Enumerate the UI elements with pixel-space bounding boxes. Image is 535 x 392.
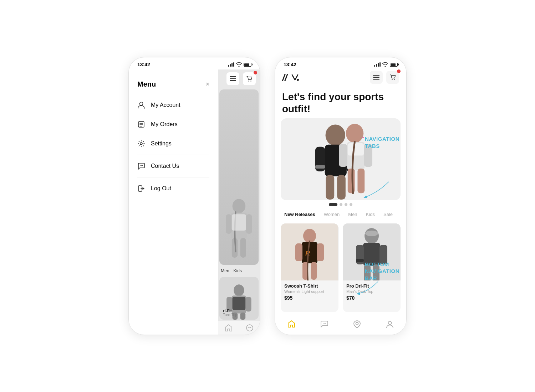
menu-item-settings[interactable]: Settings — [129, 134, 218, 153]
menu-divider-1 — [137, 155, 209, 155]
app-cart-icon-btn[interactable] — [386, 71, 399, 84]
user-icon — [137, 101, 145, 109]
menu-item-label-settings: Settings — [151, 140, 172, 147]
product-info-dri-fit: Pro Dri-Fit Man's Tank Top $70 — [343, 280, 401, 304]
svg-rect-34 — [373, 79, 379, 80]
carousel-dot-4[interactable] — [350, 203, 352, 206]
svg-point-25 — [140, 143, 142, 145]
svg-rect-55 — [295, 243, 302, 261]
right-signal-bar-4 — [379, 62, 381, 67]
svg-rect-46 — [339, 144, 347, 167]
tab-men[interactable]: Men — [345, 210, 361, 218]
menu-screen: Men Kids — [129, 69, 260, 335]
svg-rect-11 — [232, 214, 246, 231]
backdrop-hero-image — [219, 89, 259, 265]
carousel-dot-3[interactable] — [345, 203, 347, 206]
menu-item-log-out[interactable]: Log Out — [129, 179, 218, 198]
bottom-nav-location[interactable] — [352, 320, 362, 329]
left-status-icons — [228, 62, 251, 67]
backdrop-nav-icon-2 — [246, 324, 254, 332]
svg-point-27 — [141, 165, 142, 166]
menu-item-contact-us[interactable]: Contact Us — [129, 156, 218, 176]
svg-rect-17 — [240, 313, 246, 320]
backdrop-list-icon — [226, 72, 239, 85]
svg-point-73 — [388, 321, 392, 325]
right-battery-icon — [390, 63, 398, 67]
svg-point-71 — [325, 323, 326, 324]
svg-point-70 — [324, 323, 325, 324]
svg-rect-0 — [230, 76, 236, 77]
navigation-tabs-annotation: NAVIGATIONTABS — [365, 135, 399, 149]
product-price-swoosh: $95 — [284, 295, 335, 301]
right-signal-bar-1 — [374, 65, 375, 67]
hero-card — [281, 118, 401, 200]
backdrop-topbar — [218, 69, 260, 88]
settings-icon — [137, 140, 145, 148]
carousel-dot-2[interactable] — [340, 203, 342, 206]
svg-point-51 — [362, 137, 364, 138]
svg-point-31 — [297, 79, 299, 81]
right-signal-bar-3 — [378, 63, 379, 67]
tab-sale[interactable]: Sale — [380, 210, 396, 218]
left-phone: 13:42 — [128, 57, 260, 335]
svg-rect-67 — [356, 259, 364, 262]
menu-header: Menu × — [129, 77, 218, 96]
location-icon — [352, 320, 362, 329]
svg-point-12 — [234, 284, 244, 296]
right-phone: 13:42 — [275, 57, 407, 335]
bottom-nav-bar-annotation: BOTTOMNAVIGATIONBAR — [365, 261, 399, 282]
svg-rect-48 — [348, 169, 355, 193]
chat-icon — [137, 162, 145, 170]
bottom-nav-home[interactable] — [287, 320, 296, 329]
svg-point-20 — [140, 102, 143, 105]
svg-rect-2 — [230, 80, 236, 81]
svg-point-3 — [248, 81, 249, 81]
app-topbar-icons — [370, 71, 399, 84]
tab-women[interactable]: Women — [320, 210, 343, 218]
category-tabs: New Releases Women Men Kids Sale — [275, 209, 406, 220]
right-signal-bars — [374, 62, 381, 67]
signal-bar-1 — [228, 65, 229, 67]
signal-bar-2 — [230, 64, 231, 67]
svg-rect-8 — [246, 214, 252, 234]
battery-fill — [244, 63, 249, 66]
app-logo: // — [282, 72, 304, 83]
svg-point-28 — [142, 165, 143, 166]
backdrop-content: Men Kids — [218, 69, 260, 335]
backdrop-product-label: ri-Fit Tank Top — [223, 309, 237, 317]
product-card-swoosh[interactable]: R Swoosh T-Shirt Women's Light support $… — [281, 223, 338, 312]
signal-bar-4 — [233, 62, 234, 67]
product-price-dri-fit: $70 — [346, 295, 397, 301]
chat-nav-icon — [320, 320, 329, 329]
svg-rect-58 — [311, 262, 317, 280]
right-status-bar: 13:42 — [275, 57, 406, 69]
svg-rect-56 — [317, 243, 324, 261]
close-button[interactable]: × — [206, 81, 210, 88]
backdrop-nav-icon-1 — [225, 324, 233, 332]
menu-item-label-my-account: My Account — [151, 102, 180, 108]
svg-rect-10 — [240, 238, 246, 258]
orders-icon — [137, 120, 145, 128]
bottom-nav-profile[interactable] — [385, 320, 394, 329]
svg-point-35 — [392, 79, 392, 80]
tab-new-releases[interactable]: New Releases — [281, 210, 319, 218]
product-sub-swoosh: Women's Light support — [284, 289, 335, 294]
tab-kids[interactable]: Kids — [362, 210, 378, 218]
app-topbar: // — [275, 69, 406, 87]
menu-item-my-account[interactable]: My Account — [129, 96, 218, 115]
backdrop-cat-kids[interactable]: Kids — [234, 268, 242, 273]
app-list-icon-btn[interactable] — [370, 71, 383, 84]
product-name-swoosh: Swoosh T-Shirt — [284, 283, 335, 289]
carousel-dot-1[interactable] — [329, 203, 337, 206]
right-status-icons — [374, 62, 398, 67]
app-cart-badge — [397, 69, 401, 73]
svg-rect-49 — [357, 169, 365, 193]
menu-item-my-orders[interactable]: My Orders — [129, 115, 218, 134]
backdrop-product: ri-Fit Tank Top — [219, 277, 259, 320]
backdrop-cat-men[interactable]: Men — [221, 268, 229, 273]
menu-divider-2 — [137, 177, 209, 177]
svg-text://: // — [282, 72, 289, 83]
svg-point-37 — [326, 125, 345, 146]
bottom-nav-chat[interactable] — [320, 320, 329, 329]
product-sub-dri-fit: Man's Tank Top — [346, 289, 397, 294]
